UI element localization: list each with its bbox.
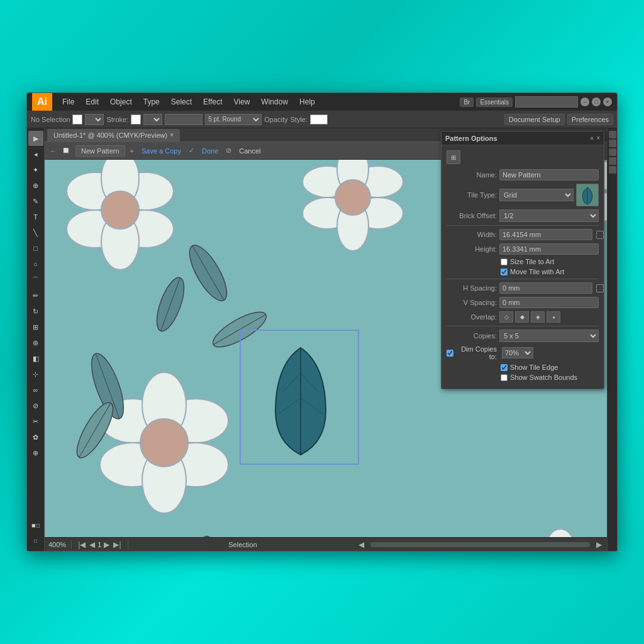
ellipse-tool[interactable]: ○	[28, 257, 43, 272]
minimize-button[interactable]: –	[580, 97, 589, 106]
overlap-btn-3[interactable]: ◈	[531, 311, 545, 323]
overlap-btn-1[interactable]: ◇	[499, 311, 513, 323]
scissors-tool[interactable]: ✂	[28, 414, 43, 429]
fill-swatch[interactable]	[72, 114, 82, 125]
brick-offset-select[interactable]: 1/2	[499, 209, 599, 222]
panel-btn-4[interactable]	[609, 157, 616, 165]
menu-view[interactable]: View	[229, 96, 255, 108]
stroke-select[interactable]	[143, 114, 162, 125]
eyedropper-tool[interactable]: ⊘	[28, 398, 43, 413]
width-input[interactable]	[499, 229, 592, 240]
select-tool[interactable]: ▶	[28, 131, 43, 146]
fill-stroke-toggle[interactable]: ◼◻	[28, 518, 43, 533]
menu-file[interactable]: File	[57, 96, 79, 108]
workspace-button[interactable]: Essentials	[476, 97, 513, 107]
search-input[interactable]	[515, 96, 578, 108]
title-bar-left: Ai File Edit Object Type Select Effect V…	[32, 93, 320, 111]
name-input[interactable]	[499, 169, 599, 180]
fill-select[interactable]	[85, 114, 104, 125]
panel-btn-2[interactable]	[609, 140, 616, 147]
tab-close-btn[interactable]: ×	[170, 131, 174, 138]
cancel-btn[interactable]: Cancel	[236, 146, 263, 156]
screen-mode[interactable]: □	[28, 533, 43, 548]
move-tile-checkbox[interactable]	[501, 269, 508, 275]
width-link-btn[interactable]	[596, 231, 604, 239]
pen-tool[interactable]: ✎	[28, 194, 43, 209]
maximize-button[interactable]: □	[592, 97, 601, 106]
scale-tool[interactable]: ⊞	[28, 319, 43, 335]
panel-toolbar: ⊞	[447, 150, 599, 164]
panel-btn-5[interactable]	[609, 166, 616, 174]
style-swatch[interactable]	[310, 114, 328, 125]
type-tool[interactable]: T	[28, 209, 43, 225]
h-spacing-input[interactable]	[499, 282, 592, 294]
brush-select[interactable]: 5 pt. Round	[205, 114, 262, 125]
dim-copies-checkbox[interactable]	[447, 350, 453, 357]
nav-first[interactable]: |◀	[77, 540, 87, 549]
show-swatch-checkbox[interactable]	[501, 374, 508, 381]
magic-wand-tool[interactable]: ✦	[28, 162, 43, 177]
stroke-width-input[interactable]	[165, 114, 203, 125]
panel-btn-1[interactable]	[609, 131, 616, 138]
tool-indicator: Selection	[133, 541, 353, 548]
document-tab[interactable]: Untitled-1* @ 400% (CMYK/Preview) ×	[47, 129, 180, 142]
done-btn[interactable]: Done	[199, 146, 221, 156]
rect-tool[interactable]: □	[28, 241, 43, 256]
tile-type-select[interactable]: Grid	[499, 189, 574, 201]
h-scrollbar[interactable]	[370, 542, 590, 547]
overlap-label: Overlap:	[447, 313, 497, 321]
paintbrush-tool[interactable]: ⌒	[28, 272, 43, 287]
pencil-tool[interactable]: ✏	[28, 288, 43, 303]
lasso-tool[interactable]: ⊕	[28, 178, 43, 193]
show-tile-edge-checkbox[interactable]	[501, 364, 508, 371]
toolbar: No Selection Stroke: 5 pt. Round Opacity…	[27, 111, 617, 128]
panel-collapse-btn[interactable]: «	[591, 135, 594, 142]
nav-next[interactable]: ▶	[103, 540, 111, 549]
warp-tool[interactable]: ⊛	[28, 335, 43, 350]
save-copy-btn[interactable]: Save a Copy	[139, 146, 184, 156]
move-tile-label: Move Tile with Art	[510, 268, 564, 275]
close-button[interactable]: ×	[603, 97, 612, 106]
move-tile-row: Move Tile with Art	[447, 268, 599, 275]
scroll-right[interactable]: ▶	[595, 540, 603, 549]
menu-edit[interactable]: Edit	[80, 96, 104, 108]
brick-offset-row: Brick Offset: 1/2	[447, 209, 599, 222]
spacing-link-btn[interactable]	[596, 284, 604, 292]
v-spacing-input[interactable]	[499, 297, 599, 308]
stroke-swatch[interactable]	[131, 114, 141, 125]
mesh-tool[interactable]: ⊹	[28, 367, 43, 382]
zoom-tool[interactable]: ⊕	[28, 445, 43, 460]
ai-logo: Ai	[32, 93, 52, 111]
panel-close-btn[interactable]: ×	[596, 135, 600, 142]
menu-type[interactable]: Type	[138, 96, 165, 108]
nav-last[interactable]: ▶|	[112, 540, 122, 549]
menu-help[interactable]: Help	[294, 96, 320, 108]
scroll-left[interactable]: ◀	[357, 540, 365, 549]
menu-select[interactable]: Select	[166, 96, 197, 108]
line-tool[interactable]: ╲	[28, 225, 43, 240]
menu-effect[interactable]: Effect	[198, 96, 227, 108]
gradient-tool[interactable]: ◧	[28, 351, 43, 366]
doc-setup-button[interactable]: Document Setup	[504, 114, 565, 125]
height-input[interactable]	[499, 243, 599, 255]
overlap-btn-4[interactable]: ⬧	[547, 311, 560, 323]
nav-prev[interactable]: ◀	[88, 540, 96, 549]
toolbox: ▶ ◂ ✦ ⊕ ✎ T ╲ □ ○ ⌒ ✏ ↻ ⊞ ⊛ ◧ ⊹ ∞ ⊘ ✂ ✿ …	[27, 128, 45, 551]
dim-copies-select[interactable]: 70%	[502, 347, 533, 358]
panel-btn-3[interactable]	[609, 148, 616, 156]
size-tile-checkbox[interactable]	[501, 258, 508, 265]
rotate-tool[interactable]: ↻	[28, 304, 43, 319]
brick-offset-label: Brick Offset:	[447, 212, 497, 219]
blend-tool[interactable]: ∞	[28, 382, 43, 397]
hand-tool[interactable]: ✿	[28, 430, 43, 445]
copies-label: Copies:	[447, 332, 497, 340]
menu-window[interactable]: Window	[256, 96, 293, 108]
bridge-button[interactable]: Br	[460, 97, 474, 107]
preferences-button[interactable]: Preferences	[567, 114, 613, 125]
new-pattern-btn[interactable]: New Pattern	[75, 145, 125, 157]
menu-object[interactable]: Object	[105, 96, 137, 108]
overlap-btn-2[interactable]: ◆	[515, 311, 529, 323]
direct-select-tool[interactable]: ◂	[28, 147, 43, 162]
copies-select[interactable]: 5 x 5	[499, 330, 599, 342]
panel-grid-btn[interactable]: ⊞	[447, 150, 460, 164]
